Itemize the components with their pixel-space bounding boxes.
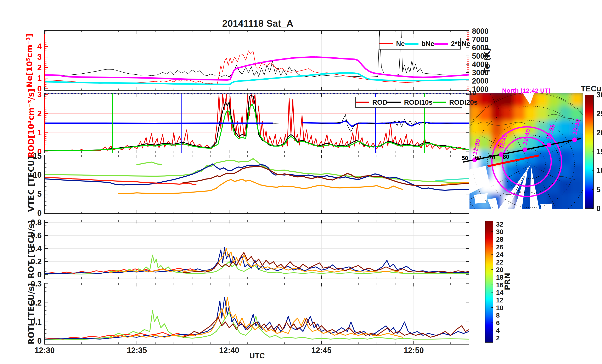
tick-label: 24	[496, 251, 504, 258]
y-tick-label: 3	[37, 90, 42, 99]
tick-label: 20	[596, 128, 602, 137]
tick-label: 12:40	[219, 346, 239, 355]
rod-legend: RODRODI10sRODI20s	[355, 97, 462, 108]
roti-axis-label: ROTI [TECU/s]	[27, 283, 36, 344]
tick-label: 50	[462, 155, 468, 161]
vtec-axis-label: VTEC [TECU]	[27, 156, 36, 212]
tick-label: 4	[496, 327, 500, 334]
map-title: North (12:42 UT)	[502, 87, 550, 94]
legend-label: RODI10s	[404, 98, 433, 106]
ne-te-panel: 0123410002000300040005000600070008000	[37, 27, 489, 94]
tick-label: 32	[496, 221, 504, 228]
tec-colorbar: 051015202530	[585, 91, 602, 213]
prn-colorbar: 2468101214161820222426283032	[485, 221, 504, 343]
legend-item-rodi10s: RODI10s	[387, 98, 433, 106]
tick-label: 14	[496, 289, 504, 296]
legend-item-ne: Ne	[379, 40, 405, 48]
legend-label: RODI20s	[449, 98, 478, 106]
y-tick-label: 2	[37, 63, 42, 72]
tick-label: 25	[596, 109, 602, 118]
rot-panel: 00.20.40.60.8	[31, 218, 469, 279]
y-tick-label: 1	[37, 128, 42, 137]
tick-label: 16	[496, 281, 504, 289]
y-tick-label: 0	[37, 270, 42, 279]
figure-canvas: 0123410002000300040005000600070008000012…	[0, 0, 602, 364]
y-tick-label: 0	[37, 337, 42, 345]
y-tick-label: 0	[37, 209, 42, 217]
legend-item-rodi20s: RODI20s	[433, 98, 478, 106]
te-axis-overflow-label: 10	[469, 89, 476, 97]
tick-label: 10	[596, 166, 602, 175]
legend-line-sample	[433, 102, 446, 103]
map-time-dot	[572, 138, 577, 142]
y-tick-label: 3	[37, 53, 42, 61]
tick-label: 20	[496, 266, 504, 273]
legend-line-sample	[387, 102, 401, 103]
legend-item-bne: bNe	[405, 40, 434, 48]
tick-label: 15	[596, 147, 602, 156]
tick-label: 12:30	[34, 346, 54, 355]
tick-label: 8	[496, 311, 500, 319]
ne-axis-label: Ne[10⁵cm⁻³]	[25, 33, 34, 88]
tick-label: 10	[496, 304, 504, 311]
y-tick-label: 5	[37, 190, 42, 198]
tick-label: 6	[496, 319, 500, 327]
tick-label: 7000	[472, 35, 489, 44]
y-tick-label: 4	[37, 42, 42, 51]
legend-label: bNe	[421, 40, 434, 48]
tick-label: 22	[496, 258, 504, 266]
ne-legend: NebNe2*bNe	[379, 38, 461, 50]
tick-label: 2	[496, 334, 500, 342]
roti-panel: 00.10.20.312:3012:3512:4012:4512:50	[31, 279, 469, 355]
tick-label: 8000	[472, 27, 489, 35]
tick-label: 26	[496, 243, 504, 251]
tick-label: 60	[475, 154, 481, 161]
figure-title: 20141118 Sat_A	[222, 18, 293, 29]
legend-label: ROD	[372, 98, 387, 106]
tick-label: 5	[596, 185, 601, 194]
legend-line-sample	[434, 43, 448, 45]
rot-axis-label: ROT [TECU/s]	[27, 220, 36, 279]
prn-colorbar-label: PRN	[503, 273, 512, 290]
map-time-dot	[523, 147, 527, 152]
vtec-panel: 051015	[33, 152, 469, 217]
legend-label: Ne	[396, 40, 405, 48]
tick-label: 12:50	[404, 346, 424, 355]
x-axis-label: UTC	[249, 352, 265, 360]
tick-label: 12:45	[311, 346, 331, 355]
series-blue-level-1	[44, 123, 272, 123]
legend-line-sample	[405, 43, 419, 45]
te-axis-label: Te (K)	[482, 48, 492, 73]
tick-label: 12	[496, 296, 504, 304]
rod-axis-label: ROD[10⁴cm⁻³/s]	[27, 89, 36, 158]
y-tick-label: 2	[37, 109, 42, 118]
legend-line-sample	[379, 43, 393, 44]
tec-colorbar-title: TECu	[581, 84, 601, 93]
tick-label: 70	[489, 154, 495, 161]
tick-label: 30	[496, 228, 504, 236]
tick-label: 18	[496, 274, 504, 281]
tick-label: 2000	[472, 77, 489, 85]
tick-label: 28	[496, 236, 504, 243]
tick-label: 12:35	[127, 346, 147, 355]
y-tick-label: 1	[37, 74, 42, 83]
tick-label: 0	[596, 204, 601, 213]
legend-label: 2*bNe	[451, 40, 471, 48]
tick-label: 80	[503, 154, 509, 160]
figure: 0123410002000300040005000600070008000012…	[0, 0, 602, 364]
legend-line-sample	[356, 102, 369, 103]
map-time-dot	[547, 143, 551, 147]
legend-item-rod: ROD	[356, 98, 387, 106]
legend-item-2bne: 2*bNe	[434, 40, 471, 48]
